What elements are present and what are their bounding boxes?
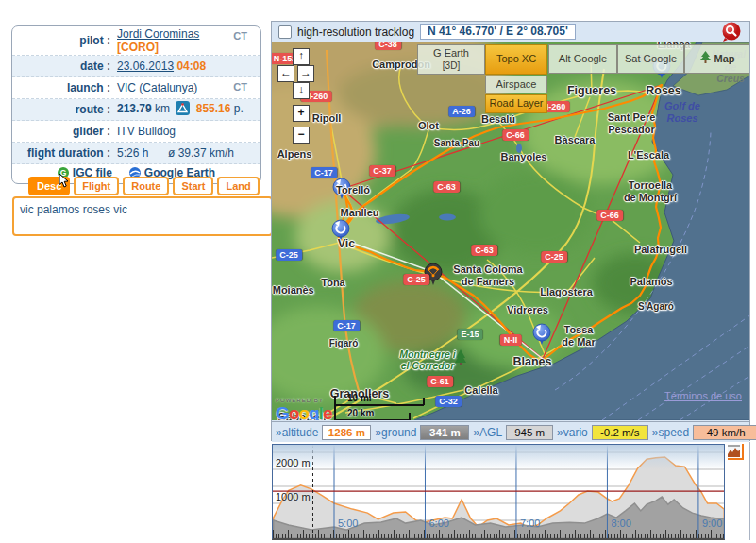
pilot-country-badge: CT [233, 30, 247, 42]
profile-chart: 5:006:007:008:009:002000 m1000 m [271, 442, 750, 540]
glider-row: glider : ITV Bulldog [12, 121, 260, 143]
route-points: 855.16 [196, 102, 231, 115]
route-distance: 213.79 [117, 102, 152, 115]
map-label: Palafrugell [634, 244, 687, 256]
map-label: Golf de Roses [664, 100, 700, 124]
layer-button-roadlayer[interactable]: Road Layer [485, 94, 547, 113]
layer-button-satgoogle[interactable]: Sat Google [617, 44, 684, 74]
map-label: Montnegre i el Corredor [399, 348, 456, 371]
pilot-row: pilot : Jordi Corominas [CORO] CT [12, 26, 260, 56]
map-panel: high-resolution tracklog N 41° 46.770' /… [271, 21, 750, 441]
status-label-vario: »vario [557, 426, 588, 439]
road-sign: C-66 [502, 129, 529, 141]
fai-triangle-icon [176, 101, 190, 118]
map-label: El Moianès [272, 284, 314, 297]
layer-label-topoxc: Topo XC [496, 53, 536, 66]
maptype-label: Map [714, 53, 735, 66]
road-sign: C-63 [471, 245, 497, 256]
pilot-link[interactable]: Jordi Corominas [117, 27, 199, 41]
route-points-unit: p. [234, 102, 244, 115]
tab-land[interactable]: Land [217, 177, 259, 195]
map-label: Blanes [513, 355, 552, 368]
y-axis-label: 2000 m [276, 457, 311, 468]
pilot-label: pilot : [18, 34, 117, 47]
map-label: Figaró [329, 338, 359, 349]
tree-icon [700, 51, 711, 67]
map-label: S'Agaró [638, 301, 674, 313]
flight-info-panel: pilot : Jordi Corominas [CORO] CT date :… [11, 25, 261, 184]
duration-row: flight duration : 5:26 h ø 39.37 km/h [12, 143, 260, 164]
description-box[interactable]: vic palamos roses vic [12, 196, 273, 236]
tab-flight[interactable]: Flight [74, 177, 119, 195]
layer-label-gearth: G Earth [433, 47, 469, 60]
map-label: Sant Pere Pescador [608, 111, 656, 135]
map-label: Torroella de Montgrí [624, 179, 677, 203]
scale-mi-label: 10 mi [347, 393, 372, 403]
x-tick-label: 6:00 [428, 518, 448, 529]
profile-plot[interactable]: 5:006:007:008:009:002000 m1000 m [272, 444, 725, 540]
map-viewport[interactable]: CamprodonRipollAlpensOlotBesalúSanta Pau… [272, 42, 749, 420]
road-sign: E-15 [457, 329, 482, 340]
status-label-ground: »ground [375, 426, 416, 439]
map-label: Llagostera [540, 286, 593, 298]
launch-link[interactable]: VIC (Catalunya) [117, 81, 197, 94]
road-sign: C-38 [375, 42, 401, 50]
route-row: route : 213.79 km 855.16 p. [12, 99, 260, 121]
high-resolution-checkbox[interactable] [278, 25, 292, 39]
zoom-in-button[interactable]: + [293, 105, 310, 122]
road-sign: C-25 [541, 251, 567, 263]
map-label: L'Escala [628, 149, 669, 161]
map-topbar: high-resolution tracklog N 41° 46.770' /… [272, 22, 749, 42]
status-value-altitude: 1286 m [322, 425, 371, 440]
terms-of-use-link[interactable]: Términos de uso [664, 390, 742, 401]
launch-label: launch : [18, 81, 117, 94]
high-resolution-label: high-resolution tracklog [297, 25, 414, 39]
scale-km-label: 20 km [347, 408, 374, 418]
map-label: Besalú [481, 113, 515, 126]
map-label: Figueres [567, 84, 616, 97]
status-label-agl: »AGL [473, 426, 502, 439]
layer-button-gearth[interactable]: G Earth [3D] [417, 44, 485, 75]
tab-route[interactable]: Route [123, 177, 169, 195]
launch-time: 04:08 [176, 59, 206, 73]
layer-label-satgoogle: Sat Google [625, 53, 677, 66]
layer-label-altgoogle: Alt Google [559, 53, 607, 66]
layer-button-altgoogle[interactable]: Alt Google [548, 44, 617, 74]
pan-right-button[interactable]: → [297, 65, 314, 82]
glider-value: ITV Bulldog [117, 125, 255, 138]
layer-label-roadlayer: Road Layer [490, 97, 544, 110]
road-sign: C-63 [433, 181, 460, 193]
pan-left-button[interactable]: ← [277, 65, 294, 82]
tab-start[interactable]: Start [173, 177, 213, 195]
road-sign: C-17 [311, 167, 337, 178]
map-label: Santa Pau [434, 138, 479, 149]
quarter-ticks [273, 530, 724, 538]
x-tick-label: 5:00 [338, 518, 358, 529]
pilot-tag: [CORO] [117, 41, 159, 54]
road-sign: C-17 [333, 320, 360, 331]
map-label: Banyoles [501, 151, 547, 163]
status-value-speed: 49 km/h [693, 425, 756, 440]
pan-up-button[interactable]: ↑ [293, 48, 310, 65]
road-sign: C-66 [596, 210, 623, 221]
maptype-button[interactable]: Map [684, 44, 749, 74]
date-row: date : 23.06.2013 04:08 [12, 56, 260, 77]
layer-button-topoxc[interactable]: Topo XC [485, 44, 547, 75]
layer-label-airspace: Airspace [496, 78, 537, 92]
flight-detail-page: pilot : Jordi Corominas [CORO] CT date :… [0, 0, 756, 543]
pan-down-button[interactable]: ↓ [293, 82, 310, 99]
coordinate-display: N 41° 46.770' / E 2° 08.705' [420, 24, 576, 40]
description-text: vic palamos roses vic [20, 203, 127, 216]
profile-toggle-icon[interactable] [728, 444, 744, 460]
date-link[interactable]: 23.06.2013 [117, 59, 174, 73]
status-value-vario: -0.2 m/s [592, 425, 648, 440]
google-logo: POWERED BY Google [276, 398, 331, 420]
map-label: Tossa de Mar [562, 324, 595, 348]
layer-button-airspace[interactable]: Airspace [485, 76, 547, 93]
map-label: Roses [646, 84, 681, 97]
road-sign: C-25 [276, 249, 302, 261]
zoom-out-button[interactable]: − [293, 127, 310, 144]
map-label: Ripoll [312, 112, 342, 125]
status-bar: »altitude1286 m»ground341 m»AGL945 m»var… [272, 421, 749, 442]
x-tick-label: 9:00 [702, 518, 722, 529]
